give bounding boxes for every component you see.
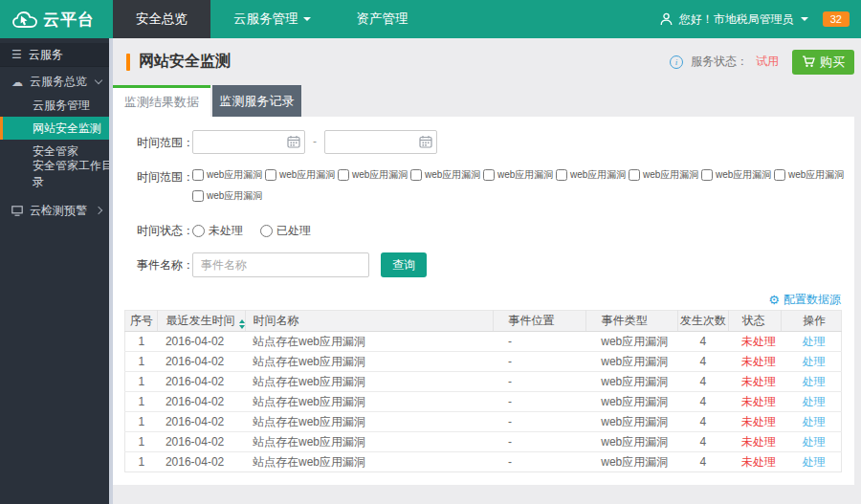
handle-link[interactable]: 处理 (803, 415, 826, 428)
top-nav: 安全总览 云服务管理 资产管理 (113, 0, 431, 38)
checkbox-label: web应用漏洞 (497, 168, 553, 182)
nav-item-cloud-service-mgmt[interactable]: 云服务管理 (210, 0, 334, 38)
handle-link[interactable]: 处理 (803, 395, 826, 408)
event-type-checkbox-input[interactable] (556, 169, 567, 181)
event-type-checkbox[interactable]: web应用漏洞 (410, 168, 478, 182)
radio-handled[interactable]: 已处理 (260, 218, 311, 243)
nav-item-asset-mgmt[interactable]: 资产管理 (334, 0, 431, 38)
topbar: 云平台 安全总览 云服务管理 资产管理 您好！市地税局管理员 32 (0, 0, 861, 38)
event-type-checkbox-input[interactable] (338, 169, 349, 181)
checkbox-label: web应用漏洞 (788, 168, 844, 182)
cloud-icon: ☁ (11, 77, 23, 88)
col-header-type: 事件类型 (585, 311, 677, 332)
event-type-checkbox[interactable]: web应用漏洞 (192, 168, 260, 182)
event-type-checkbox[interactable]: web应用漏洞 (629, 168, 696, 182)
chevron-down-icon[interactable] (801, 17, 808, 21)
date-to-wrap (324, 130, 437, 154)
calendar-icon[interactable] (287, 135, 300, 148)
cell-status: 未处理 (728, 372, 782, 392)
event-name-input[interactable] (192, 252, 369, 277)
handle-link[interactable]: 处理 (803, 435, 826, 449)
configure-datasource-link[interactable]: ⚙ 配置数据源 (113, 291, 854, 308)
cell-status: 未处理 (728, 352, 782, 372)
event-type-checkbox[interactable]: web应用漏洞 (774, 168, 842, 182)
col-header-count: 发生次数 (677, 311, 728, 332)
radio-unhandled[interactable]: 未处理 (192, 218, 243, 243)
cell-location: - (493, 332, 585, 352)
cell-status: 未处理 (728, 452, 782, 472)
cell-count: 4 (677, 352, 728, 372)
chevron-right-icon (95, 207, 102, 214)
event-type-checkbox-input[interactable] (629, 169, 640, 181)
event-name-label: 事件名称： (137, 252, 192, 277)
checkbox-label: web应用漏洞 (207, 168, 262, 182)
sidebar: ☰ 云服务 ☁ 云服务总览 云服务管理 网站安全监测 安全管家 安全管家工作目录… (0, 38, 113, 504)
service-status-area: i 服务状态： 试用 购买 (670, 50, 854, 75)
radio-handled-input[interactable] (260, 225, 273, 237)
col-header-event-name: 时间名称 (245, 311, 493, 332)
radio-unhandled-input[interactable] (192, 225, 205, 237)
event-type-checkbox[interactable]: web应用漏洞 (192, 189, 260, 203)
cell-date: 2016-04-02 (158, 332, 245, 352)
handle-link[interactable]: 处理 (803, 335, 826, 348)
handle-link[interactable]: 处理 (803, 375, 826, 388)
cell-name: 站点存在web应用漏洞 (245, 332, 493, 352)
datasource-link-label: 配置数据源 (784, 292, 841, 308)
sort-icon[interactable] (239, 319, 245, 329)
sidebar-item-cloud-service-overview[interactable]: ☁ 云服务总览 (0, 70, 113, 94)
radio-label: 未处理 (209, 218, 243, 243)
cell-date: 2016-04-02 (158, 432, 245, 452)
handle-link[interactable]: 处理 (803, 355, 826, 368)
event-type-checkbox[interactable]: web应用漏洞 (338, 168, 406, 182)
cell-count: 4 (677, 412, 728, 432)
sidebar-item-cloud-detection-alert[interactable]: 云检测预警 (0, 199, 113, 222)
event-type-checkbox-input[interactable] (410, 169, 422, 181)
sidebar-item-security-steward-directory[interactable]: 安全管家工作目录 (0, 163, 113, 186)
checkbox-row-1: web应用漏洞web应用漏洞web应用漏洞web应用漏洞web应用漏洞web应用… (192, 164, 847, 186)
table-row: 12016-04-02站点存在web应用漏洞-web应用漏洞4未处理处理 (125, 412, 842, 432)
events-table-wrap: 序号 最近发生时间 时间名称 事件位置 事件类型 发生次数 状态 操作 (124, 310, 842, 472)
main-content: 网站安全监测 i 服务状态： 试用 购买 监测结果数据 (113, 38, 861, 504)
event-type-checkbox[interactable]: web应用漏洞 (556, 168, 624, 182)
buy-button[interactable]: 购买 (792, 50, 854, 75)
checkbox-label: web应用漏洞 (716, 168, 771, 182)
handle-link[interactable]: 处理 (803, 455, 826, 469)
cell-type: web应用漏洞 (585, 432, 677, 452)
col-header-no: 序号 (125, 311, 158, 332)
event-type-row: 时间范围： web应用漏洞web应用漏洞web应用漏洞web应用漏洞web应用漏… (113, 164, 854, 207)
event-type-checkbox[interactable]: web应用漏洞 (483, 168, 551, 182)
event-type-checkbox-input[interactable] (701, 169, 713, 181)
tab-monitor-result-data[interactable]: 监测结果数据 (113, 85, 210, 117)
event-type-checkbox-input[interactable] (483, 169, 495, 181)
event-type-checkbox[interactable]: web应用漏洞 (701, 168, 769, 182)
cart-icon (802, 55, 815, 68)
nav-item-security-overview[interactable]: 安全总览 (113, 0, 210, 38)
search-button[interactable]: 查询 (381, 252, 427, 277)
tab-monitor-service-record[interactable]: 监测服务记录 (212, 85, 301, 117)
notification-badge[interactable]: 32 (823, 11, 850, 27)
cell-no: 1 (125, 332, 158, 352)
cell-status: 未处理 (728, 392, 782, 412)
cell-no: 1 (125, 412, 158, 432)
table-row: 12016-04-02站点存在web应用漏洞-web应用漏洞4未处理处理 (125, 392, 842, 412)
sidebar-item-website-security-monitor[interactable]: 网站安全监测 (0, 117, 113, 140)
cell-name: 站点存在web应用漏洞 (245, 352, 493, 372)
event-type-checkbox-input[interactable] (265, 169, 276, 181)
event-type-checkbox-input[interactable] (192, 190, 204, 202)
table-row: 12016-04-02站点存在web应用漏洞-web应用漏洞4未处理处理 (125, 332, 842, 352)
cell-location: - (493, 412, 585, 432)
cell-count: 4 (677, 432, 728, 452)
sidebar-item-label: 云服务 (29, 47, 63, 63)
event-type-checkbox-input[interactable] (192, 169, 204, 181)
user-greeting[interactable]: 您好！市地税局管理员 (679, 11, 794, 28)
checkbox-label: web应用漏洞 (643, 168, 698, 182)
col-header-label: 最近发生时间 (166, 314, 234, 327)
calendar-icon[interactable] (419, 135, 432, 148)
sidebar-item-label: 云服务管理 (33, 98, 90, 114)
sidebar-item-cloud-service[interactable]: ☰ 云服务 (0, 43, 113, 67)
sidebar-item-cloud-service-mgmt[interactable]: 云服务管理 (0, 94, 113, 117)
col-header-last-time[interactable]: 最近发生时间 (158, 311, 245, 332)
event-type-checkbox[interactable]: web应用漏洞 (265, 168, 333, 182)
event-type-checkbox-input[interactable] (774, 169, 785, 181)
service-status-value: 试用 (756, 54, 779, 70)
